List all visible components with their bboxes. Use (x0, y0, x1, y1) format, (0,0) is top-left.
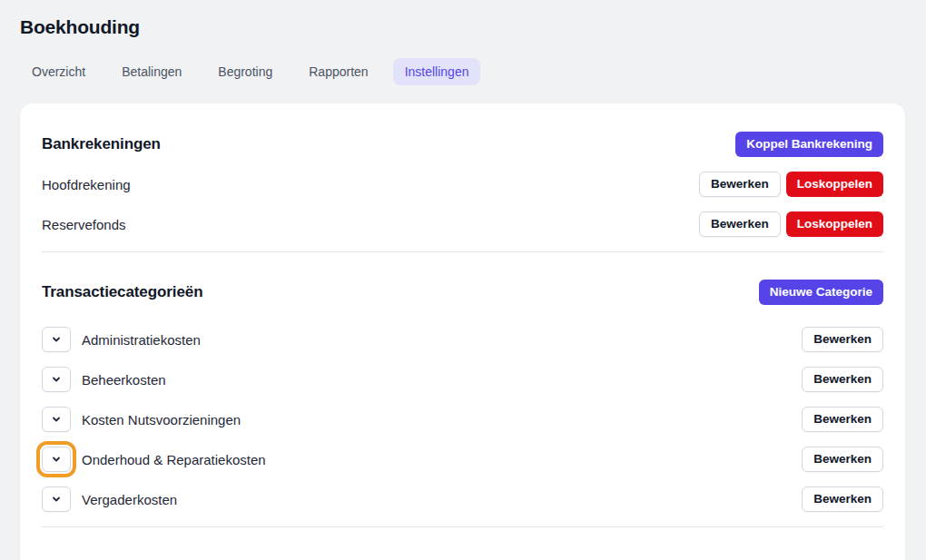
section-divider (42, 526, 883, 527)
category-row-left: Beheerkosten (42, 367, 166, 392)
chevron-down-icon (51, 494, 62, 505)
category-row: Administratiekosten Bewerken (42, 327, 883, 352)
tab-betalingen[interactable]: Betalingen (110, 58, 193, 85)
koppel-bankrekening-button[interactable]: Koppel Bankrekening (735, 132, 883, 157)
category-expand-button[interactable] (42, 486, 71, 512)
category-name: Beheerkosten (82, 372, 166, 388)
category-row-left: Kosten Nutsvoorzieningen (42, 407, 241, 432)
bank-section-header: Bankrekeningen Koppel Bankrekening (42, 132, 883, 157)
loskoppelen-button[interactable]: Loskoppelen (786, 211, 883, 237)
bewerken-button[interactable]: Bewerken (802, 447, 883, 472)
categories-section-header: Transactiecategorieën Nieuwe Categorie (42, 280, 883, 305)
section-divider (42, 251, 883, 252)
chevron-down-icon (51, 414, 62, 425)
loskoppelen-button[interactable]: Loskoppelen (786, 172, 883, 197)
category-expand-button[interactable] (42, 407, 71, 432)
category-expand-button[interactable] (42, 367, 71, 392)
category-row: Beheerkosten Bewerken (42, 367, 883, 392)
accounting-page: Boekhouding Overzicht Betalingen Begroti… (0, 15, 926, 560)
category-expand-button[interactable] (42, 327, 71, 352)
bewerken-button[interactable]: Bewerken (802, 327, 883, 352)
bewerken-button[interactable]: Bewerken (699, 172, 781, 197)
bank-account-row: Hoofdrekening Bewerken Loskoppelen (42, 172, 883, 197)
category-row: Onderhoud & Reparatiekosten Bewerken (42, 447, 883, 472)
category-name: Kosten Nutsvoorzieningen (82, 412, 241, 427)
category-name: Vergaderkosten (82, 492, 177, 507)
settings-card: Bankrekeningen Koppel Bankrekening Hoofd… (20, 103, 905, 560)
category-expand-wrap (42, 367, 71, 392)
chevron-down-icon (51, 454, 62, 465)
chevron-down-icon (51, 334, 62, 345)
category-row-left: Administratiekosten (42, 327, 201, 352)
category-row: Kosten Nutsvoorzieningen Bewerken (42, 407, 883, 432)
page-title: Boekhouding (20, 15, 926, 40)
category-expand-button[interactable] (42, 447, 71, 472)
bank-section-title: Bankrekeningen (42, 135, 161, 153)
bewerken-button[interactable]: Bewerken (802, 486, 883, 512)
category-row-left: Onderhoud & Reparatiekosten (42, 447, 266, 472)
category-expand-wrap (42, 327, 71, 352)
category-name: Administratiekosten (82, 332, 201, 348)
category-expand-wrap (42, 486, 71, 512)
category-row-left: Vergaderkosten (42, 486, 177, 512)
tab-begroting[interactable]: Begroting (206, 58, 284, 85)
tab-instellingen[interactable]: Instellingen (393, 58, 481, 85)
bank-account-actions: Bewerken Loskoppelen (699, 211, 883, 237)
bank-account-actions: Bewerken Loskoppelen (699, 172, 883, 197)
tab-bar: Overzicht Betalingen Begroting Rapporten… (20, 58, 926, 85)
tab-overzicht[interactable]: Overzicht (20, 58, 97, 85)
bank-account-row: Reservefonds Bewerken Loskoppelen (42, 211, 883, 237)
category-expand-wrap (42, 407, 71, 432)
category-expand-wrap-highlighted (42, 447, 71, 472)
bewerken-button[interactable]: Bewerken (802, 407, 883, 432)
category-row: Vergaderkosten Bewerken (42, 486, 883, 512)
bank-account-name: Hoofdrekening (42, 177, 131, 192)
chevron-down-icon (51, 374, 62, 385)
categories-section-title: Transactiecategorieën (42, 283, 202, 301)
tab-rapporten[interactable]: Rapporten (297, 58, 379, 85)
nieuwe-categorie-button[interactable]: Nieuwe Categorie (759, 280, 883, 305)
bewerken-button[interactable]: Bewerken (699, 211, 781, 237)
category-name: Onderhoud & Reparatiekosten (82, 452, 266, 467)
bank-account-name: Reservefonds (42, 217, 126, 232)
bewerken-button[interactable]: Bewerken (802, 367, 883, 392)
